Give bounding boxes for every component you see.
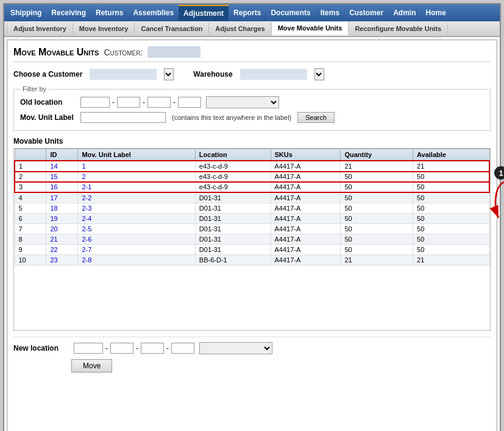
- table-row[interactable]: 2152e43-c-d-9A4417-A5050: [15, 172, 489, 182]
- table-cell[interactable]: 2: [78, 172, 195, 182]
- table-cell-link[interactable]: 18: [50, 205, 57, 212]
- col-quantity: Quantity: [341, 149, 413, 161]
- table-cell-link[interactable]: 2-6: [82, 236, 91, 243]
- table-cell-link[interactable]: 23: [50, 256, 57, 264]
- table-cell-link[interactable]: 2-8: [82, 256, 91, 264]
- old-location-select[interactable]: [206, 96, 279, 108]
- table-cell: 50: [413, 182, 489, 193]
- subnav-move-inventory[interactable]: Move Inventory: [73, 23, 135, 35]
- table-cell-link[interactable]: 19: [50, 215, 57, 222]
- table-cell: 50: [341, 192, 413, 203]
- new-location-field-3[interactable]: [141, 343, 164, 354]
- table-row[interactable]: 6192-4D01-31A4417-A5050: [15, 214, 489, 224]
- bottom-section: New location - - - Move: [13, 337, 491, 373]
- table-row[interactable]: 5182-3D01-31A4417-A5050: [15, 203, 489, 214]
- table-cell: 8: [15, 234, 46, 245]
- new-location-field-4[interactable]: [171, 343, 194, 354]
- table-cell[interactable]: 2-3: [78, 203, 195, 214]
- nav-receiving[interactable]: Receiving: [46, 5, 91, 20]
- subnav-cancel-transaction[interactable]: Cancel Transaction: [135, 23, 209, 35]
- table-cell[interactable]: 2-1: [78, 182, 195, 193]
- search-button[interactable]: Search: [297, 112, 335, 123]
- table-cell-link[interactable]: 2-7: [82, 246, 91, 253]
- nav-shipping[interactable]: Shipping: [5, 5, 46, 20]
- old-location-field-2[interactable]: [117, 97, 140, 108]
- nav-customer[interactable]: Customer: [344, 5, 388, 20]
- nav-adjustment[interactable]: Adjustment: [179, 5, 229, 21]
- table-cell: 6: [15, 214, 46, 224]
- table-cell[interactable]: 2-4: [78, 214, 195, 224]
- table-row[interactable]: 7202-5D01-31A4417-A5050: [15, 224, 489, 234]
- nav-returns[interactable]: Returns: [91, 5, 128, 20]
- old-location-field-3[interactable]: [147, 97, 171, 108]
- subnav-adjust-charges[interactable]: Adjust Charges: [209, 23, 271, 35]
- table-cell-link[interactable]: 2-2: [82, 194, 91, 201]
- table-cell[interactable]: 16: [46, 182, 78, 193]
- table-cell-link[interactable]: 2-4: [82, 215, 91, 222]
- nav-items[interactable]: Items: [316, 5, 344, 20]
- table-cell[interactable]: 1: [78, 161, 195, 172]
- subnav-move-movable-units[interactable]: Move Movable Units: [272, 22, 349, 35]
- table-cell[interactable]: 2-8: [78, 255, 195, 265]
- table-cell[interactable]: 15: [46, 172, 78, 182]
- table-row[interactable]: 10232-8BB-6-D-1A4417-A2121: [15, 255, 489, 265]
- table-cell: 50: [341, 182, 413, 193]
- nav-documents[interactable]: Documents: [266, 5, 315, 20]
- table-cell-link[interactable]: 2-1: [82, 183, 91, 191]
- nav-reports[interactable]: Reports: [229, 5, 266, 20]
- table-cell: 5: [15, 203, 46, 214]
- table-cell-link[interactable]: 2-5: [82, 225, 91, 233]
- table-cell-link[interactable]: 16: [50, 183, 57, 191]
- table-cell[interactable]: 14: [46, 161, 78, 172]
- table-cell: 50: [413, 245, 489, 255]
- table-cell[interactable]: 22: [46, 245, 78, 255]
- move-button[interactable]: Move: [71, 359, 112, 373]
- table-cell[interactable]: 2-6: [78, 234, 195, 245]
- table-cell-link[interactable]: 1: [82, 163, 85, 170]
- table-cell[interactable]: 2-7: [78, 245, 195, 255]
- table-cell-link[interactable]: 15: [50, 173, 57, 180]
- table-cell[interactable]: 18: [46, 203, 78, 214]
- table-cell: 50: [341, 224, 413, 234]
- table-cell-link[interactable]: 14: [50, 163, 57, 170]
- table-cell[interactable]: 20: [46, 224, 78, 234]
- subnav-adjust-inventory[interactable]: Adjust Inventory: [7, 23, 73, 35]
- old-location-field-1[interactable]: [80, 97, 110, 108]
- nav-admin[interactable]: Admin: [388, 5, 421, 20]
- table-row[interactable]: 4172-2D01-31A4417-A5050: [15, 192, 489, 203]
- mov-unit-label-input[interactable]: [80, 112, 166, 123]
- new-location-select[interactable]: [199, 342, 272, 354]
- nav-home[interactable]: Home: [421, 5, 450, 20]
- table-cell-link[interactable]: 2: [82, 173, 85, 180]
- table-cell[interactable]: 23: [46, 255, 78, 265]
- new-location-field-1[interactable]: [74, 343, 103, 354]
- old-location-field-4[interactable]: [178, 97, 201, 108]
- nav-assemblies[interactable]: Assemblies: [128, 5, 179, 20]
- table-cell-link[interactable]: 2-3: [82, 205, 91, 212]
- table-row[interactable]: 3162-1e43-c-d-9A4417-A5050: [15, 182, 489, 193]
- table-row[interactable]: 8212-6D01-31A4417-A5050: [15, 234, 489, 245]
- mov-unit-label-row: Mov. Unit Label (contains this text anyw…: [20, 112, 484, 123]
- new-location-field-2[interactable]: [110, 343, 133, 354]
- warehouse-select[interactable]: [314, 68, 324, 80]
- table-cell: A4417-A: [271, 182, 341, 193]
- table-cell-link[interactable]: 22: [50, 246, 57, 253]
- table-cell: A4417-A: [271, 245, 341, 255]
- table-cell[interactable]: 19: [46, 214, 78, 224]
- dash-1: -: [112, 98, 115, 107]
- table-cell[interactable]: 17: [46, 192, 78, 203]
- table-cell[interactable]: 2-5: [78, 224, 195, 234]
- table-cell[interactable]: 2-2: [78, 192, 195, 203]
- col-skus: SKUs: [271, 149, 341, 161]
- table-cell-link[interactable]: 21: [50, 236, 57, 243]
- table-cell-link[interactable]: 17: [50, 194, 57, 201]
- table-row[interactable]: 9222-7D01-31A4417-A5050: [15, 245, 489, 255]
- table-cell-link[interactable]: 20: [50, 225, 57, 233]
- table-cell[interactable]: 21: [46, 234, 78, 245]
- subnav-reconfigure-movable-units[interactable]: Reconfigure Movable Units: [349, 23, 448, 35]
- table-cell: 21: [413, 161, 489, 172]
- main-content: Move Movable Units Customer: Choose a Cu…: [7, 40, 497, 431]
- table-row[interactable]: 1141e43-c-d-9A4417-A2121: [15, 161, 489, 172]
- table-scroll-container[interactable]: ID Mov. Unit Label Location SKUs Quantit…: [13, 148, 491, 331]
- customer-select[interactable]: [164, 68, 174, 80]
